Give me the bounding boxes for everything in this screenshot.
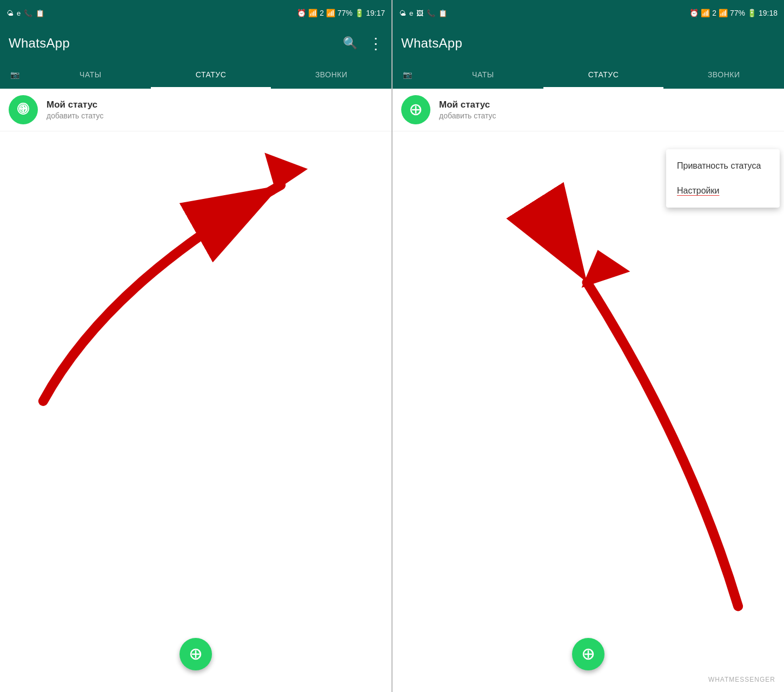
- battery-icon-left: 🔋: [355, 9, 364, 17]
- e-icon-right: e: [409, 9, 413, 17]
- right-app-header: WhatsApp: [393, 26, 784, 61]
- watermark: WHATMESSENGER: [708, 676, 775, 683]
- dropdown-settings[interactable]: Настройки: [666, 178, 780, 203]
- right-status-avatar: [401, 95, 430, 124]
- clipboard-icon: 📋: [36, 9, 44, 17]
- right-fab-button[interactable]: [572, 638, 604, 670]
- right-status-bar: 🌤 e 🖼 📞 📋 ⏰ 📶 2 📶 77% 🔋 19:18: [393, 0, 784, 26]
- battery-percent-left: 77%: [337, 9, 353, 17]
- tab-camera-left[interactable]: 📷: [0, 61, 30, 89]
- time-right: 19:18: [759, 9, 778, 17]
- clipboard-icon-right: 📋: [438, 9, 447, 17]
- battery-icon-right: 🔋: [747, 9, 756, 17]
- left-tab-bar: 📷 ЧАТЫ СТАТУС ЗВОНКИ: [0, 61, 391, 89]
- left-status-text: Мой статус добавить статус: [46, 99, 103, 120]
- left-content-area: ⟳ Мой статус добавить статус: [0, 89, 391, 692]
- left-fab-button[interactable]: [180, 638, 212, 670]
- tab-calls-left[interactable]: ЗВОНКИ: [271, 61, 391, 89]
- right-status-bar-left: 🌤 e 🖼 📞 📋: [399, 9, 447, 17]
- more-menu-button-left[interactable]: ⋮: [368, 35, 383, 52]
- signal-icon-right: 📶: [719, 9, 728, 17]
- svg-text:⟳: ⟳: [20, 104, 27, 113]
- tab-status-right[interactable]: СТАТУС: [543, 61, 664, 89]
- wifi-icon: 📶: [308, 9, 317, 17]
- right-status-text: Мой статус добавить статус: [439, 99, 496, 120]
- right-status-bar-right: ⏰ 📶 2 📶 77% 🔋 19:18: [689, 9, 778, 17]
- right-content-area: Мой статус добавить статус Приватность с…: [393, 89, 784, 692]
- tab-chats-left[interactable]: ЧАТЫ: [30, 61, 151, 89]
- right-my-status-subtitle: добавить статус: [439, 111, 496, 120]
- tab-chats-right[interactable]: ЧАТЫ: [423, 61, 543, 89]
- left-phone-screen: 🌤 e 📞 📋 ⏰ 📶 2 📶 77% 🔋 19:17 WhatsApp 🔍 ⋮…: [0, 0, 391, 692]
- left-my-status-subtitle: добавить статус: [46, 111, 103, 120]
- left-status-bar-left: 🌤 e 📞 📋: [6, 9, 44, 17]
- right-my-status-title: Мой статус: [439, 99, 496, 110]
- dropdown-menu: Приватность статуса Настройки: [666, 149, 780, 208]
- phone-icon: 📞: [24, 9, 32, 17]
- right-tab-bar: 📷 ЧАТЫ СТАТУС ЗВОНКИ: [393, 61, 784, 89]
- network-2-icon-right: 2: [712, 9, 716, 17]
- alarm-icon: ⏰: [297, 9, 306, 17]
- weather-icon: 🌤: [6, 9, 14, 17]
- right-my-status-row[interactable]: Мой статус добавить статус: [393, 89, 784, 131]
- left-app-title: WhatsApp: [9, 36, 70, 51]
- svg-marker-7: [582, 250, 630, 288]
- right-phone-screen: 🌤 e 🖼 📞 📋 ⏰ 📶 2 📶 77% 🔋 19:18 WhatsApp 📷…: [393, 0, 784, 692]
- left-my-status-title: Мой статус: [46, 99, 103, 110]
- battery-percent-right: 77%: [730, 9, 745, 17]
- weather-icon-right: 🌤: [399, 9, 406, 17]
- left-app-header: WhatsApp 🔍 ⋮: [0, 26, 391, 61]
- time-left: 19:17: [366, 9, 385, 17]
- left-my-status-row[interactable]: ⟳ Мой статус добавить статус: [0, 89, 391, 131]
- tab-status-left[interactable]: СТАТУС: [151, 61, 271, 89]
- left-arrow-overlay: [0, 89, 391, 692]
- tab-camera-right[interactable]: 📷: [393, 61, 423, 89]
- signal-icon: 📶: [326, 9, 335, 17]
- right-app-title: WhatsApp: [401, 36, 462, 51]
- right-fab: [393, 638, 784, 670]
- search-button-left[interactable]: 🔍: [343, 36, 357, 50]
- e-icon: e: [17, 9, 21, 17]
- left-fab: [0, 638, 391, 670]
- image-icon-right: 🖼: [416, 9, 423, 17]
- svg-marker-3: [264, 153, 308, 191]
- alarm-icon-right: ⏰: [689, 9, 699, 17]
- tab-calls-right[interactable]: ЗВОНКИ: [663, 61, 784, 89]
- left-header-icons: 🔍 ⋮: [343, 35, 383, 52]
- phone-icon-right: 📞: [427, 9, 435, 17]
- left-status-bar-right: ⏰ 📶 2 📶 77% 🔋 19:17: [297, 9, 385, 17]
- network-2-icon: 2: [320, 9, 324, 17]
- left-status-bar: 🌤 e 📞 📋 ⏰ 📶 2 📶 77% 🔋 19:17: [0, 0, 391, 26]
- left-status-avatar: ⟳: [9, 95, 38, 124]
- dropdown-privacy[interactable]: Приватность статуса: [666, 154, 780, 178]
- wifi-icon-right: 📶: [701, 9, 710, 17]
